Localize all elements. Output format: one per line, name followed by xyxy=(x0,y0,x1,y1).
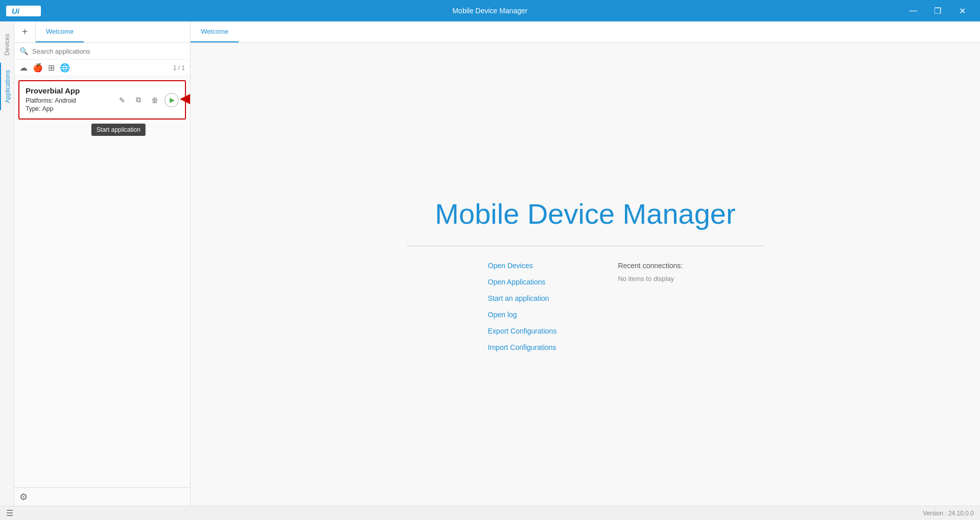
app-card-name: Proverbial App xyxy=(26,86,115,95)
window-controls: — ❐ ✕ xyxy=(901,3,974,18)
platforms-value: Android xyxy=(55,97,76,104)
filter-icons: ☁ 🍎 ⊞ 🌐 xyxy=(19,63,70,73)
welcome-links-col: Open Devices Open Applications Start an … xyxy=(488,262,557,351)
type-value: App xyxy=(42,105,53,112)
duplicate-app-button[interactable]: ⧉ xyxy=(132,93,145,107)
page-count: 1 / 1 xyxy=(173,64,185,72)
start-app-button[interactable]: ▶ xyxy=(165,93,179,107)
right-tab-bar: Welcome xyxy=(191,21,980,43)
link-start-application[interactable]: Start an application xyxy=(488,294,557,302)
window-title: Mobile Device Manager xyxy=(452,7,527,15)
close-button[interactable]: ✕ xyxy=(950,3,974,18)
welcome-tab[interactable]: Welcome xyxy=(191,21,239,42)
settings-icon[interactable]: ⚙ xyxy=(19,491,28,503)
grid-filter-icon[interactable]: ⊞ xyxy=(48,63,55,73)
app-card-actions: ✎ ⧉ 🗑 ▶ xyxy=(115,93,179,107)
search-bar: 🔍 xyxy=(14,43,190,60)
sidebar-item-applications[interactable]: Applications xyxy=(0,63,14,110)
logo-text: UiPath xyxy=(6,6,41,16)
link-export-configurations[interactable]: Export Configurations xyxy=(488,327,557,335)
recent-connections-empty: No items to display xyxy=(618,275,683,282)
title-bar: UiPath Mobile Device Manager — ❐ ✕ xyxy=(0,0,980,21)
link-open-devices[interactable]: Open Devices xyxy=(488,262,557,270)
svg-marker-0 xyxy=(180,86,190,112)
link-open-applications[interactable]: Open Applications xyxy=(488,278,557,286)
type-label: Type: xyxy=(26,105,40,112)
app-card-platforms: Platforms: Android xyxy=(26,97,115,104)
version-text: Version : 24.10.0.0 xyxy=(923,510,974,517)
app-card-info: Proverbial App Platforms: Android Type: … xyxy=(26,86,115,113)
recent-connections-title: Recent connections: xyxy=(618,262,683,270)
platforms-label: Platforms: xyxy=(26,97,53,104)
recent-connections-col: Recent connections: No items to display xyxy=(618,262,683,282)
sidebar-tabs: Devices Applications xyxy=(0,21,14,506)
search-input[interactable] xyxy=(32,48,185,55)
web-filter-icon[interactable]: 🌐 xyxy=(60,63,70,73)
welcome-links-container: Open Devices Open Applications Start an … xyxy=(488,262,683,351)
minimize-button[interactable]: — xyxy=(901,3,925,18)
delete-app-button[interactable]: 🗑 xyxy=(148,93,161,107)
app-card-wrapper: Proverbial App Platforms: Android Type: … xyxy=(18,80,186,120)
app-card[interactable]: Proverbial App Platforms: Android Type: … xyxy=(18,80,186,120)
start-app-tooltip: Start application xyxy=(91,124,146,136)
search-icon: 🔍 xyxy=(19,47,28,55)
edit-app-button[interactable]: ✎ xyxy=(115,93,129,107)
app-logo: UiPath xyxy=(6,6,41,16)
arrow-annotation xyxy=(180,84,190,116)
maximize-button[interactable]: ❐ xyxy=(926,3,949,18)
welcome-title: Mobile Device Manager xyxy=(435,197,735,230)
filter-row: ☁ 🍎 ⊞ 🌐 1 / 1 xyxy=(14,60,190,76)
cloud-filter-icon[interactable]: ☁ xyxy=(19,63,28,73)
link-import-configurations[interactable]: Import Configurations xyxy=(488,343,557,351)
left-tab-bar: + Welcome xyxy=(14,21,190,43)
left-bottom-bar: ⚙ xyxy=(14,487,190,506)
play-icon: ▶ xyxy=(170,96,175,104)
right-panel: Welcome Mobile Device Manager Open Devic… xyxy=(191,21,980,506)
welcome-content: Mobile Device Manager Open Devices Open … xyxy=(191,43,980,506)
tab-welcome[interactable]: Welcome xyxy=(36,21,84,42)
welcome-divider xyxy=(407,246,764,246)
link-open-log[interactable]: Open log xyxy=(488,311,557,319)
add-tab-button[interactable]: + xyxy=(14,21,36,42)
apple-filter-icon[interactable]: 🍎 xyxy=(33,63,43,73)
left-panel: + Welcome 🔍 ☁ 🍎 ⊞ 🌐 1 / 1 Proverbial Ap xyxy=(14,21,191,506)
hamburger-menu-icon[interactable]: ☰ xyxy=(6,508,13,518)
app-list: Proverbial App Platforms: Android Type: … xyxy=(14,76,190,487)
sidebar-item-devices[interactable]: Devices xyxy=(1,27,14,63)
status-bar: ☰ Version : 24.10.0.0 xyxy=(0,506,980,520)
app-card-type: Type: App xyxy=(26,105,115,112)
main-area: Devices Applications + Welcome 🔍 ☁ 🍎 ⊞ 🌐… xyxy=(0,21,980,506)
